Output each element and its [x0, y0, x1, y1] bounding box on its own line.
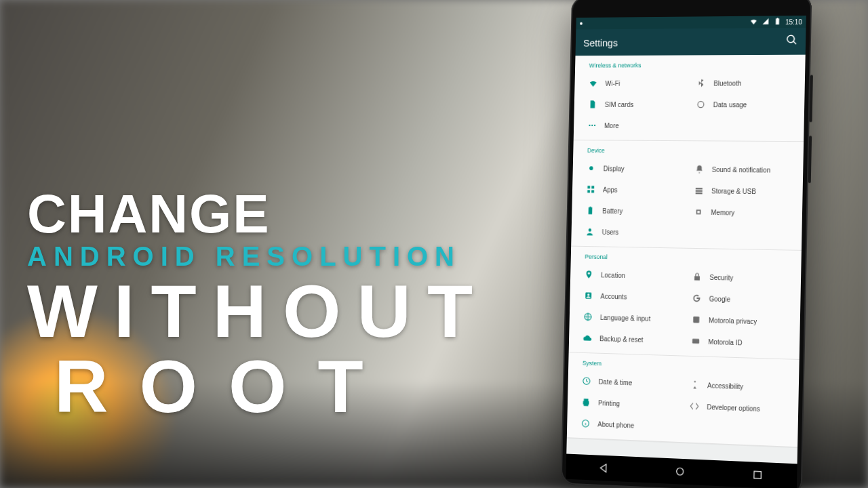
- item-label: Bluetooth: [713, 79, 741, 87]
- section-header-wireless: Wireless & networks: [575, 55, 806, 73]
- item-memory[interactable]: Memory: [687, 201, 802, 224]
- svg-point-2: [591, 125, 593, 126]
- lock-icon: [692, 272, 702, 281]
- svg-rect-15: [694, 276, 700, 281]
- item-battery[interactable]: Battery: [572, 200, 684, 223]
- item-moto-id[interactable]: Motorola ID: [684, 330, 800, 355]
- svg-point-4: [589, 166, 593, 170]
- item-label: More: [604, 122, 619, 129]
- globe-icon: [583, 312, 592, 321]
- item-apps[interactable]: Apps: [572, 179, 684, 201]
- search-button[interactable]: [785, 34, 797, 49]
- nav-back-button[interactable]: [591, 460, 616, 476]
- item-security[interactable]: Security: [686, 266, 801, 289]
- item-sound[interactable]: Sound & notification: [688, 159, 804, 181]
- headline-line-1: CHANGE: [27, 183, 489, 245]
- item-label: Language & input: [600, 314, 650, 323]
- google-icon: [692, 293, 702, 303]
- item-label: About phone: [597, 420, 634, 429]
- item-users[interactable]: Users: [571, 221, 802, 246]
- apps-icon: [586, 184, 595, 194]
- item-location[interactable]: Location: [570, 264, 682, 287]
- item-label: Motorola ID: [708, 338, 742, 346]
- item-label: Wi-Fi: [605, 79, 620, 87]
- svg-rect-10: [696, 190, 703, 192]
- users-icon: [585, 227, 594, 237]
- svg-rect-5: [587, 186, 590, 188]
- item-sim[interactable]: SIM cards: [574, 94, 686, 115]
- item-label: Users: [602, 228, 619, 236]
- location-icon: [585, 270, 593, 279]
- bluetooth-icon: [696, 79, 706, 88]
- item-label: Security: [709, 273, 733, 281]
- item-label: Apps: [603, 186, 618, 193]
- backup-icon: [583, 333, 592, 343]
- battery-status-icon: [773, 17, 781, 26]
- section-personal: Personal Location Security Accounts: [569, 247, 802, 360]
- storage-icon: [694, 186, 704, 195]
- svg-rect-11: [696, 192, 703, 194]
- item-label: Backup & reset: [599, 335, 643, 344]
- clock-icon: [582, 376, 591, 386]
- item-label: Date & time: [599, 378, 633, 386]
- item-backup[interactable]: Backup & reset: [569, 327, 681, 351]
- bell-icon: [695, 165, 705, 174]
- svg-point-3: [594, 125, 595, 126]
- svg-rect-8: [591, 190, 594, 193]
- item-wifi[interactable]: Wi-Fi: [574, 73, 686, 94]
- section-header-device: Device: [573, 140, 804, 159]
- headline-line-3: WITHOUT: [27, 268, 489, 354]
- nav-recents-button[interactable]: [744, 466, 771, 484]
- item-label: Developer options: [707, 403, 760, 413]
- svg-rect-6: [591, 186, 594, 188]
- svg-rect-9: [696, 188, 703, 189]
- svg-rect-7: [587, 190, 590, 192]
- item-label: Storage & USB: [711, 187, 756, 195]
- id-icon: [691, 336, 701, 346]
- svg-rect-13: [697, 211, 699, 213]
- settings-list[interactable]: Wireless & networks Wi-Fi Bluetooth SIM …: [566, 55, 805, 464]
- nav-home-button[interactable]: [667, 463, 693, 480]
- item-label: Printing: [598, 399, 620, 407]
- item-label: Accounts: [600, 292, 627, 300]
- item-more[interactable]: More: [574, 115, 804, 137]
- signal-status-icon: [762, 17, 770, 26]
- item-bluetooth[interactable]: Bluetooth: [690, 73, 805, 94]
- item-label: Motorola privacy: [709, 317, 757, 325]
- svg-point-22: [694, 381, 696, 382]
- app-bar: Settings: [575, 28, 806, 56]
- svg-point-14: [589, 228, 591, 232]
- item-storage[interactable]: Storage & USB: [688, 180, 803, 203]
- svg-rect-19: [693, 317, 699, 323]
- svg-rect-20: [692, 339, 699, 344]
- section-system: System Date & time Accessibility Printin…: [567, 352, 800, 447]
- item-label: Location: [601, 271, 625, 279]
- info-icon: [581, 419, 590, 428]
- headline-overlay: CHANGE ANDROID RESOLUTION WITHOUT ROOT: [27, 183, 489, 429]
- svg-point-24: [677, 468, 684, 475]
- item-google[interactable]: Google: [686, 287, 801, 312]
- accessibility-icon: [690, 380, 700, 390]
- item-label: SIM cards: [605, 101, 634, 108]
- section-device: Device Display Sound & notification Apps: [571, 140, 804, 251]
- item-accounts[interactable]: Accounts: [570, 285, 682, 308]
- privacy-icon: [692, 315, 701, 325]
- display-icon: [587, 163, 595, 173]
- item-label: Sound & notification: [712, 165, 771, 174]
- item-label: Google: [709, 295, 730, 303]
- item-datausage[interactable]: Data usage: [690, 94, 805, 115]
- svg-point-1: [589, 125, 590, 126]
- headline-line-4: ROOT: [27, 343, 489, 429]
- section-wireless: Wireless & networks Wi-Fi Bluetooth SIM …: [574, 55, 806, 142]
- printer-icon: [581, 397, 590, 407]
- item-moto-privacy[interactable]: Motorola privacy: [685, 309, 800, 333]
- item-language[interactable]: Language & input: [569, 306, 681, 330]
- accounts-icon: [584, 291, 593, 300]
- svg-rect-25: [754, 471, 761, 479]
- item-label: Battery: [602, 207, 623, 214]
- item-label: Memory: [711, 209, 734, 216]
- datausage-icon: [696, 100, 706, 109]
- phone-screen: 15:10 Settings Wireless & networks Wi-Fi: [566, 16, 806, 464]
- item-display[interactable]: Display: [572, 157, 684, 180]
- page-title: Settings: [583, 37, 618, 48]
